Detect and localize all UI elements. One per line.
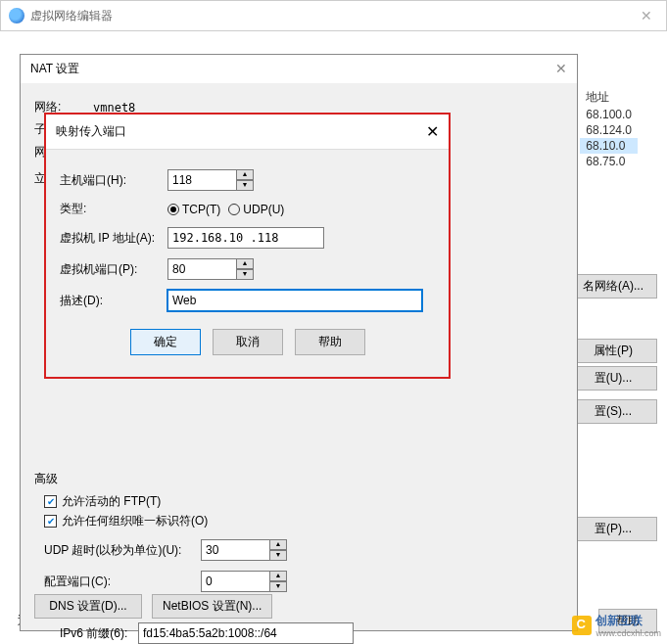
- ftp-checkbox[interactable]: [44, 495, 57, 508]
- spin-up-icon[interactable]: ▲: [236, 258, 254, 269]
- port-mapping-dialog: 映射传入端口 ✕ 主机端口(H): ▲▼ 类型: TCP(T) UDP(U) 虚…: [44, 113, 451, 379]
- watermark: 创新互联 www.cdcxhl.com: [572, 613, 661, 638]
- watermark-icon: [572, 616, 592, 635]
- dns-settings-button[interactable]: DNS 设置(D)...: [34, 594, 142, 619]
- spin-up-icon[interactable]: ▲: [236, 169, 254, 180]
- udp-timeout-label: UDP 超时(以秒为单位)(U):: [44, 542, 201, 559]
- network-address-column: 地址 68.100.0 68.124.0 68.10.0 68.75.0: [580, 88, 638, 169]
- close-icon[interactable]: ✕: [555, 61, 567, 77]
- description-label: 描述(D):: [60, 293, 167, 309]
- advanced-title: 高级: [34, 471, 563, 487]
- oui-label: 允许任何组织唯一标识符(O): [62, 513, 208, 529]
- nat-titlebar: NAT 设置 ✕: [21, 55, 577, 83]
- ip-row[interactable]: 68.100.0: [580, 107, 638, 122]
- close-icon[interactable]: ✕: [426, 122, 439, 141]
- host-port-label: 主机端口(H):: [60, 172, 167, 189]
- host-port-input[interactable]: [167, 169, 236, 191]
- ipv6-prefix-input[interactable]: [138, 622, 354, 644]
- properties-button[interactable]: 属性(P): [569, 339, 657, 363]
- vm-port-label: 虚拟机端口(P):: [60, 261, 167, 278]
- virtual-network-editor-window: 虚拟网络编辑器 ✕: [0, 0, 667, 31]
- udp-timeout-spinner[interactable]: ▲▼: [201, 539, 291, 561]
- udp-radio[interactable]: [228, 204, 240, 215]
- oui-checkbox[interactable]: [44, 515, 57, 528]
- nat-title-text: NAT 设置: [30, 61, 79, 77]
- ok-button[interactable]: 确定: [130, 329, 201, 355]
- ftp-label: 允许活动的 FTP(T): [62, 493, 161, 510]
- watermark-cn: 创新互联: [596, 614, 643, 627]
- spin-down-icon[interactable]: ▼: [269, 581, 287, 592]
- watermark-en: www.cdcxhl.com: [596, 629, 661, 638]
- config-port-label: 配置端口(C):: [44, 574, 201, 590]
- udp-timeout-input[interactable]: [201, 539, 269, 561]
- cancel-button[interactable]: 取消: [213, 329, 283, 355]
- config-port-input[interactable]: [201, 571, 269, 592]
- spin-down-icon[interactable]: ▼: [269, 550, 287, 561]
- ip-row[interactable]: 68.75.0: [580, 154, 638, 169]
- settings-s-button[interactable]: 置(S)...: [569, 399, 657, 424]
- help-button[interactable]: 帮助: [295, 329, 365, 355]
- settings-p-button[interactable]: 置(P)...: [569, 517, 657, 541]
- ipv6-prefix-label: IPv6 前缀(6):: [60, 625, 138, 642]
- config-port-spinner[interactable]: ▲▼: [201, 571, 291, 592]
- globe-icon: [9, 8, 24, 23]
- main-titlebar: 虚拟网络编辑器 ✕: [1, 1, 666, 30]
- ip-row[interactable]: 68.124.0: [580, 122, 638, 138]
- close-icon[interactable]: ✕: [635, 6, 658, 25]
- tcp-radio[interactable]: [167, 204, 179, 215]
- tcp-label: TCP(T): [182, 203, 220, 216]
- mapping-title: 映射传入端口: [56, 123, 126, 140]
- mapping-titlebar: 映射传入端口 ✕: [46, 115, 449, 150]
- settings-u-button[interactable]: 置(U)...: [569, 366, 657, 391]
- vm-port-input[interactable]: [167, 258, 236, 280]
- spin-up-icon[interactable]: ▲: [269, 539, 287, 550]
- ip-row-selected[interactable]: 68.10.0: [580, 138, 638, 154]
- vm-ip-input[interactable]: [167, 227, 324, 249]
- netbios-settings-button[interactable]: NetBIOS 设置(N)...: [152, 594, 272, 619]
- main-title: 虚拟网络编辑器: [30, 8, 113, 24]
- column-header: 地址: [580, 88, 638, 107]
- udp-label: UDP(U): [243, 203, 284, 216]
- rename-network-button[interactable]: 名网络(A)...: [569, 274, 657, 299]
- host-port-spinner[interactable]: ▲▼: [167, 169, 258, 191]
- spin-up-icon[interactable]: ▲: [269, 571, 287, 581]
- spin-down-icon[interactable]: ▼: [236, 269, 254, 280]
- type-label: 类型:: [60, 201, 167, 217]
- vm-port-spinner[interactable]: ▲▼: [167, 258, 258, 280]
- vm-ip-label: 虚拟机 IP 地址(A):: [60, 230, 167, 247]
- spin-down-icon[interactable]: ▼: [236, 180, 254, 191]
- description-input[interactable]: [167, 290, 422, 311]
